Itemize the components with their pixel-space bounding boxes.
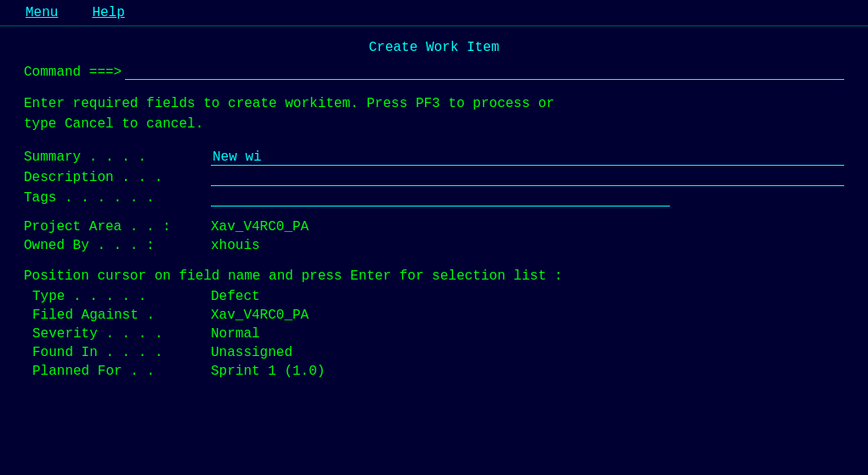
planned-for-row[interactable]: Planned For . . Sprint 1 (1.0): [24, 362, 844, 381]
filed-against-row[interactable]: Filed Against . Xav_V4RC0_PA: [24, 306, 844, 325]
instruction-line1: Enter required fields to create workitem…: [24, 93, 844, 114]
command-input[interactable]: [125, 64, 844, 80]
content-area: Create Work Item Command ===> Enter requ…: [0, 26, 868, 475]
description-label: Description . . .: [24, 170, 211, 185]
menu-item-menu[interactable]: Menu: [26, 5, 58, 20]
tags-input[interactable]: [211, 190, 670, 206]
found-in-row[interactable]: Found In . . . . Unassigned: [24, 343, 844, 362]
command-label: Command ===>: [24, 65, 122, 80]
type-value: Defect: [211, 289, 260, 304]
summary-label: Summary . . . .: [24, 150, 211, 165]
filed-against-label: Filed Against .: [32, 308, 211, 323]
selection-title: Position cursor on field name and press …: [24, 269, 844, 284]
severity-row[interactable]: Severity . . . . Normal: [24, 325, 844, 343]
page-title: Create Work Item: [24, 35, 844, 62]
instruction-line2: type Cancel to cancel.: [24, 114, 844, 134]
summary-input[interactable]: [211, 150, 844, 166]
owned-by-value: xhouis: [211, 238, 260, 253]
type-label: Type . . . . .: [32, 289, 211, 304]
tags-row: Tags . . . . . .: [24, 189, 844, 207]
instruction-text: Enter required fields to create workitem…: [24, 87, 844, 148]
planned-for-value: Sprint 1 (1.0): [211, 364, 325, 379]
main-screen: Menu Help Create Work Item Command ===> …: [0, 0, 868, 475]
owned-by-label: Owned By . . . :: [24, 238, 211, 253]
menu-item-help[interactable]: Help: [92, 5, 124, 20]
project-section: Project Area . . : Xav_V4RC0_PA Owned By…: [24, 218, 844, 255]
form-section: Summary . . . . Description . . . Tags .…: [24, 148, 844, 207]
severity-value: Normal: [211, 326, 260, 342]
severity-label: Severity . . . .: [32, 326, 211, 342]
tags-label: Tags . . . . . .: [24, 190, 211, 206]
owned-by-row: Owned By . . . : xhouis: [24, 236, 844, 255]
command-row: Command ===>: [24, 62, 844, 87]
type-row[interactable]: Type . . . . . Defect: [24, 287, 844, 306]
selection-section: Position cursor on field name and press …: [24, 269, 844, 381]
planned-for-label: Planned For . .: [32, 364, 211, 379]
description-row: Description . . .: [24, 168, 844, 187]
project-area-value: Xav_V4RC0_PA: [211, 219, 309, 235]
project-area-row: Project Area . . : Xav_V4RC0_PA: [24, 218, 844, 236]
found-in-label: Found In . . . .: [32, 345, 211, 360]
summary-row: Summary . . . .: [24, 148, 844, 167]
project-area-label: Project Area . . :: [24, 219, 211, 235]
found-in-value: Unassigned: [211, 345, 292, 360]
filed-against-value: Xav_V4RC0_PA: [211, 308, 309, 323]
menubar: Menu Help: [0, 0, 868, 26]
description-input[interactable]: [211, 170, 844, 186]
